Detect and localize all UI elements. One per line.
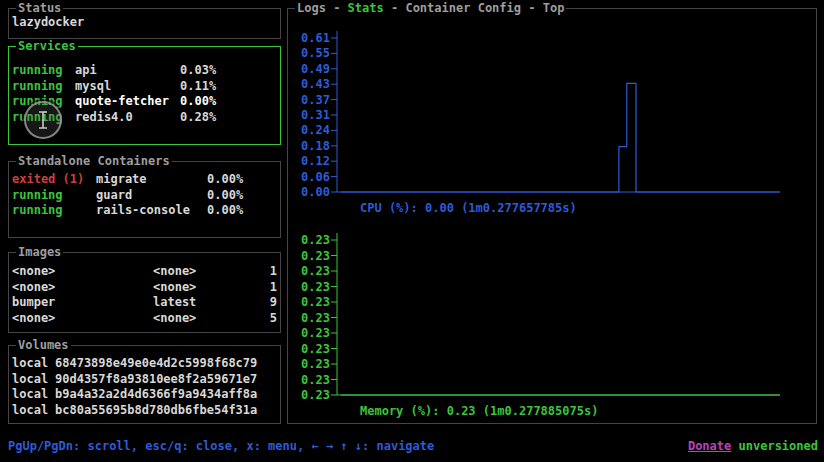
keybindings-help: PgUp/PgDn: scroll, esc/q: close, x: menu… (8, 438, 434, 454)
main-panel-tabs: Logs - Stats - Container Config - Top (295, 1, 566, 15)
volume-driver: local (12, 372, 48, 388)
container-cpu-percent: 0.00% (207, 203, 243, 219)
image-count: 5 (270, 311, 277, 327)
service-cpu-percent: 0.11% (180, 79, 216, 95)
tab-stats[interactable]: Stats (348, 1, 384, 15)
service-name: mysql (75, 79, 111, 95)
service-status: running (12, 79, 63, 95)
volume-driver: local (12, 356, 48, 372)
service-row[interactable]: runningmysql0.11% (9, 79, 280, 95)
service-row[interactable]: runningapi0.03% (9, 63, 280, 79)
image-tag: <none> (153, 311, 196, 327)
image-repository: <none> (12, 280, 55, 296)
image-tag: latest (153, 295, 196, 311)
lazydocker-app: Status lazydocker Services runningapi0.0… (0, 0, 824, 462)
container-name: guard (96, 188, 132, 204)
volume-driver: local (12, 403, 48, 419)
status-panel: Status lazydocker (8, 8, 281, 39)
container-cpu-percent: 0.00% (207, 188, 243, 204)
service-cpu-percent: 0.03% (180, 63, 216, 79)
image-repository: <none> (12, 264, 55, 280)
version-label: unversioned (739, 439, 818, 453)
image-row[interactable]: bumperlatest9 (9, 295, 280, 311)
service-name: quote-fetcher (75, 94, 169, 110)
volume-name: bc80a55695b8d780db6fbe54f31a (55, 403, 257, 419)
image-repository: <none> (12, 311, 55, 327)
donate-link[interactable]: Donate (688, 439, 731, 453)
volume-name: 90d4357f8a93810ee8f2a59671e7 (55, 372, 257, 388)
status-bar: PgUp/PgDn: scroll, esc/q: close, x: menu… (0, 438, 824, 454)
volumes-panel-title: Volumes (16, 338, 71, 353)
container-row[interactable]: runningguard0.00% (9, 188, 280, 204)
image-tag: <none> (153, 280, 196, 296)
image-row[interactable]: <none><none>1 (9, 264, 280, 280)
image-count: 1 (270, 264, 277, 280)
container-status: running (12, 188, 63, 204)
tab-separator: - (384, 1, 406, 15)
image-count: 1 (270, 280, 277, 296)
tab-container-config[interactable]: Container Config (405, 1, 521, 15)
volume-name: 68473898e49e0e4d2c5998f68c79 (55, 356, 257, 372)
container-name: migrate (96, 172, 147, 188)
container-name: rails-console (96, 203, 190, 219)
tab-top[interactable]: Top (543, 1, 565, 15)
container-row[interactable]: exited (1)migrate0.00% (9, 172, 280, 188)
containers-list: exited (1)migrate0.00%runningguard0.00%r… (9, 172, 280, 219)
image-repository: bumper (12, 295, 55, 311)
volume-name: b9a4a32a2d4d6366f9a9434aff8a (55, 387, 257, 403)
tab-separator: - (326, 1, 348, 15)
container-row[interactable]: runningrails-console0.00% (9, 203, 280, 219)
volume-driver: local (12, 387, 48, 403)
service-status: running (12, 63, 63, 79)
container-status: exited (1) (12, 172, 84, 188)
mouse-cursor (24, 101, 62, 139)
services-panel-title: Services (16, 39, 78, 54)
service-name: api (75, 63, 97, 79)
ibeam-cursor-icon (37, 111, 49, 129)
image-count: 9 (270, 295, 277, 311)
images-panel-title: Images (16, 245, 63, 260)
service-cpu-percent: 0.28% (180, 110, 216, 126)
volume-row[interactable]: local68473898e49e0e4d2c5998f68c79 (9, 356, 280, 372)
status-panel-title: Status (16, 1, 63, 16)
image-tag: <none> (153, 264, 196, 280)
volume-row[interactable]: local90d4357f8a93810ee8f2a59671e7 (9, 372, 280, 388)
tab-logs[interactable]: Logs (297, 1, 326, 15)
containers-panel-title: Standalone Containers (16, 154, 172, 169)
statusbar-right: Donate unversioned (688, 438, 818, 454)
images-panel: Images <none><none>1<none><none>1bumperl… (8, 252, 281, 333)
main-panel: Logs - Stats - Container Config - Top (287, 8, 817, 424)
container-status: running (12, 203, 63, 219)
tab-separator: - (521, 1, 543, 15)
image-row[interactable]: <none><none>1 (9, 280, 280, 296)
volumes-panel: Volumes local68473898e49e0e4d2c5998f68c7… (8, 345, 281, 424)
service-name: redis4.0 (75, 110, 133, 126)
volume-row[interactable]: localb9a4a32a2d4d6366f9a9434aff8a (9, 387, 280, 403)
volume-row[interactable]: localbc80a55695b8d780db6fbe54f31a (9, 403, 280, 419)
images-list: <none><none>1<none><none>1bumperlatest9<… (9, 264, 280, 326)
containers-panel: Standalone Containers exited (1)migrate0… (8, 161, 281, 238)
app-name-label: lazydocker (12, 15, 84, 31)
image-row[interactable]: <none><none>5 (9, 311, 280, 327)
volumes-list: local68473898e49e0e4d2c5998f68c79local90… (9, 356, 280, 418)
service-cpu-percent: 0.00% (180, 94, 216, 110)
container-cpu-percent: 0.00% (207, 172, 243, 188)
